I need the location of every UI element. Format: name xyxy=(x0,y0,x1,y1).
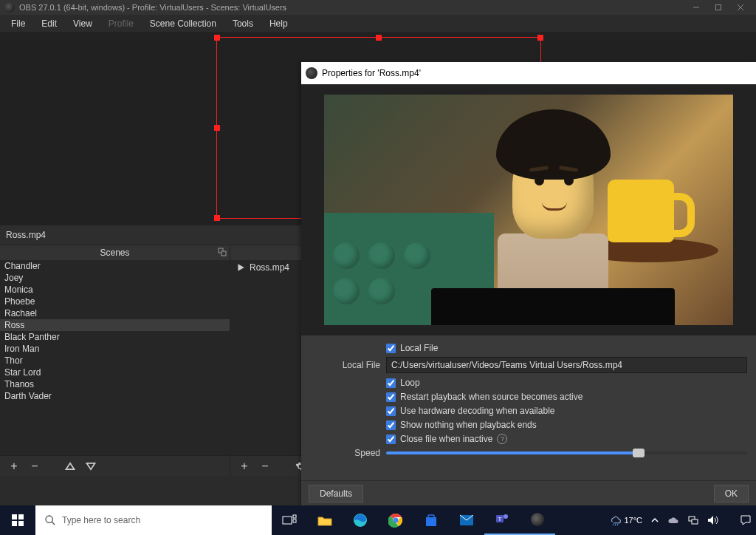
window-title: OBS 27.0.1 (64-bit, windows) - Profile: … xyxy=(19,3,685,12)
menu-tools[interactable]: Tools xyxy=(226,17,260,30)
scene-entry[interactable]: Chandler xyxy=(0,260,230,272)
scenes-dock: Scenes ChandlerJoeyMonicaPhoebeRachaelRo… xyxy=(0,245,230,476)
menu-scene-collection[interactable]: Scene Collection xyxy=(143,17,223,30)
menu-help[interactable]: Help xyxy=(263,17,295,30)
tray-chevron[interactable] xyxy=(647,517,663,524)
svg-line-23 xyxy=(616,524,616,526)
properties-form: Local File Local File Loop Restart playb… xyxy=(301,335,756,480)
svg-rect-12 xyxy=(293,515,296,518)
start-button[interactable] xyxy=(0,505,35,535)
tray-onedrive[interactable] xyxy=(663,516,684,525)
obs-logo-icon xyxy=(4,2,15,13)
scenes-header: Scenes xyxy=(0,245,230,260)
scene-entry[interactable]: Thor xyxy=(0,355,230,367)
store-icon[interactable] xyxy=(413,505,449,535)
speed-label: Speed xyxy=(310,448,380,458)
move-down-button[interactable] xyxy=(84,460,97,473)
menu-edit[interactable]: Edit xyxy=(35,17,63,30)
system-tray: 17°C xyxy=(605,505,756,535)
menu-file[interactable]: File xyxy=(4,17,32,30)
search-placeholder: Type here to search xyxy=(62,515,140,525)
show-nothing-label: Show nothing when playback ends xyxy=(400,420,537,430)
scene-entry[interactable]: Rachael xyxy=(0,307,230,319)
svg-line-10 xyxy=(52,522,55,525)
close-file-checkbox[interactable] xyxy=(386,435,396,444)
add-source-button[interactable]: + xyxy=(238,460,251,473)
remove-source-button[interactable]: − xyxy=(258,460,272,473)
volume-icon xyxy=(707,515,719,525)
obs-logo-icon xyxy=(306,67,317,79)
svg-rect-8 xyxy=(221,251,226,256)
close-file-label: Close file when inactive xyxy=(400,434,492,444)
scene-entry[interactable]: Joey xyxy=(0,272,230,284)
maximize-button[interactable] xyxy=(707,0,729,15)
titlebar: OBS 27.0.1 (64-bit, windows) - Profile: … xyxy=(0,0,756,15)
svg-text:T: T xyxy=(498,516,502,522)
network-icon xyxy=(688,515,698,525)
local-file-checkbox[interactable] xyxy=(386,344,396,353)
scene-entry[interactable]: Ross xyxy=(0,319,230,331)
mail-icon[interactable] xyxy=(449,505,484,535)
menu-view[interactable]: View xyxy=(66,17,99,30)
local-file-input[interactable] xyxy=(386,357,747,373)
local-file-checkbox-label: Local File xyxy=(400,343,438,353)
popout-icon[interactable] xyxy=(218,248,227,256)
taskbar-search[interactable]: Type here to search xyxy=(35,505,272,535)
weather-widget[interactable]: 17°C xyxy=(605,514,647,527)
search-icon xyxy=(44,514,56,526)
svg-line-22 xyxy=(614,524,614,526)
scene-entry[interactable]: Phoebe xyxy=(0,296,230,307)
play-icon xyxy=(236,263,245,272)
close-button[interactable] xyxy=(729,0,752,15)
loop-checkbox[interactable] xyxy=(386,378,396,388)
hw-decoding-label: Use hardware decoding when available xyxy=(400,406,554,416)
tray-notifications[interactable] xyxy=(735,514,756,526)
loop-label: Loop xyxy=(400,378,420,388)
notification-icon xyxy=(740,514,752,526)
show-nothing-checkbox[interactable] xyxy=(386,420,396,430)
properties-preview xyxy=(301,84,756,335)
help-icon[interactable]: ? xyxy=(497,434,507,444)
explorer-icon[interactable] xyxy=(307,505,343,535)
video-frame xyxy=(324,95,733,325)
chevron-up-icon xyxy=(651,517,659,524)
weather-icon xyxy=(609,514,622,527)
scene-entry[interactable]: Black Panther xyxy=(0,331,230,343)
teams-icon[interactable]: T xyxy=(484,505,520,535)
svg-line-24 xyxy=(618,524,619,526)
svg-point-16 xyxy=(394,518,399,523)
scene-entry[interactable]: Darth Vader xyxy=(0,390,230,402)
chrome-icon[interactable] xyxy=(378,505,413,535)
svg-point-21 xyxy=(504,514,508,519)
add-scene-button[interactable]: + xyxy=(7,460,21,473)
obs-taskbar-icon[interactable] xyxy=(520,505,555,535)
svg-rect-1 xyxy=(716,5,721,10)
speed-slider[interactable] xyxy=(386,451,747,454)
edge-icon[interactable] xyxy=(343,505,378,535)
taskbar: Type here to search T 17°C xyxy=(0,505,756,535)
tray-volume[interactable] xyxy=(703,515,724,525)
cloud-icon xyxy=(667,516,679,525)
defaults-button[interactable]: Defaults xyxy=(309,485,363,502)
remove-scene-button[interactable]: − xyxy=(28,460,41,473)
scene-entry[interactable]: Star Lord xyxy=(0,367,230,378)
scenes-list[interactable]: ChandlerJoeyMonicaPhoebeRachaelRossBlack… xyxy=(0,260,230,455)
scene-entry[interactable]: Monica xyxy=(0,284,230,296)
properties-dialog-title: Properties for 'Ross.mp4' xyxy=(322,68,421,78)
scene-entry[interactable]: Thanos xyxy=(0,378,230,390)
menu-profile[interactable]: Profile xyxy=(102,17,140,30)
scenes-toolbar: + − xyxy=(0,455,230,476)
properties-dialog-header[interactable]: Properties for 'Ross.mp4' xyxy=(301,62,756,84)
task-view-button[interactable] xyxy=(272,505,307,535)
ok-button[interactable]: OK xyxy=(714,485,749,502)
scene-entry[interactable]: Iron Man xyxy=(0,343,230,355)
tray-network[interactable] xyxy=(684,515,703,525)
svg-rect-11 xyxy=(283,517,292,524)
restart-playback-checkbox[interactable] xyxy=(386,392,396,402)
weather-temp: 17°C xyxy=(624,516,642,525)
minimize-button[interactable] xyxy=(685,0,707,15)
svg-point-9 xyxy=(46,516,52,522)
hw-decoding-checkbox[interactable] xyxy=(386,406,396,416)
svg-rect-17 xyxy=(428,515,434,518)
move-up-button[interactable] xyxy=(63,460,77,473)
